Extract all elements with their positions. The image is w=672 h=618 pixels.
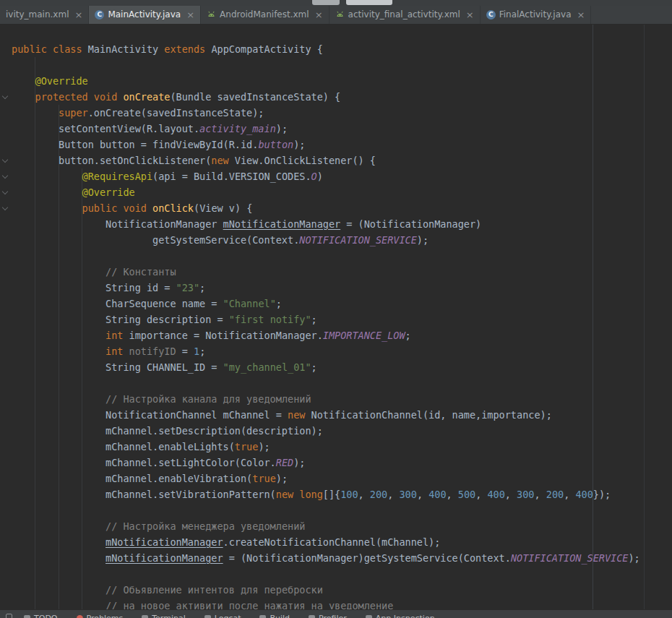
code-line[interactable]: mNotificationManager = (NotificationMana… [12,550,672,566]
code-line[interactable]: CharSequence name = "Channel"; [12,296,672,312]
code-line[interactable]: String CHANNEL_ID = "my_channel_01"; [12,359,672,375]
code-line[interactable]: // на новое активити после нажатия на ув… [12,598,672,609]
toolwindow-button-app-inspection[interactable]: App Inspection [366,614,435,618]
code-line[interactable] [12,566,672,582]
toolwindow-button-terminal[interactable]: Terminal [142,614,186,618]
code-line[interactable]: public class MainActivity extends AppCom… [12,41,672,57]
build-hammer-icon [259,615,266,618]
editor-tab-bar: ivity_main.xml×CMainActivity.java×Androi… [0,6,672,25]
fold-chevron-icon[interactable] [2,158,9,164]
tool-window-switcher-icon[interactable] [6,614,12,618]
tab-close-icon[interactable]: × [75,9,83,20]
toolwindow-button-label: Build [270,614,290,618]
code-line[interactable]: String description = "first notify"; [12,312,672,327]
code-line[interactable]: int importance = NotificationManager.IMP… [12,327,672,343]
code-line[interactable]: Button button = findViewById(R.id.button… [12,137,672,153]
tab-ivity_main.xml[interactable]: ivity_main.xml× [0,6,89,24]
code-line[interactable]: mChannel.setDescription(description); [12,423,672,439]
tab-close-icon[interactable]: × [466,9,474,20]
terminal-icon [142,615,148,618]
tab-activity_final_activtity.xml[interactable]: activity_final_activtity.xml× [329,6,481,24]
editor[interactable]: public class MainActivity extends AppCom… [0,25,672,609]
run-configuration-fragment[interactable] [346,0,392,5]
code-line[interactable]: // Константы [12,264,672,280]
code-line[interactable]: protected void onCreate(Bundle savedInst… [12,89,672,105]
toolwindow-button-label: TODO [34,614,58,618]
tab-close-icon[interactable]: × [186,9,194,20]
code-line[interactable]: NotificationManager mNotificationManager… [12,216,672,232]
code-line[interactable]: getSystemService(Context.NOTIFICATION_SE… [12,232,672,248]
code-line[interactable] [12,502,672,518]
toolwindow-button-label: Logcat [215,614,241,618]
problems-icon [77,615,83,618]
code-line[interactable]: @RequiresApi(api = Build.VERSION_CODES.O… [12,168,672,184]
code-line[interactable]: // Обьявление интентов для переброски [12,582,672,598]
fold-chevron-icon[interactable] [2,94,9,100]
code-line[interactable]: NotificationChannel mChannel = new Notif… [12,407,672,423]
code-line[interactable]: mChannel.enableLights(true); [12,439,672,455]
tab-label: activity_final_activtity.xml [348,6,460,24]
toolwindow-button-label: Terminal [152,614,186,618]
code-line[interactable]: public void onClick(View v) { [12,200,672,216]
code-line[interactable] [12,57,672,73]
tool-window-bar: TODOProblemsTerminalLogcatBuildProfilerA… [0,609,672,618]
code-line[interactable]: int notifyID = 1; [12,343,672,359]
toolwindow-button-label: Profiler [319,614,347,618]
toolwindow-button-label: App Inspection [376,614,435,618]
profiler-icon [309,615,315,618]
tab-label: FinalActivity.java [499,6,572,24]
main-toolbar-sliver [0,0,672,6]
tab-FinalActivity.java[interactable]: CFinalActivity.java× [481,6,592,24]
code-line[interactable] [12,375,672,391]
code-line[interactable]: // Настройка канала для уведомлений [12,391,672,407]
code-line[interactable]: mChannel.setVibrationPattern(new long[]{… [12,486,672,502]
toolwindow-button-logcat[interactable]: Logcat [204,614,241,618]
toolwindow-button-problems[interactable]: Problems [77,614,124,618]
tab-AndroidManifest.xml[interactable]: AndroidManifest.xml× [201,6,329,24]
code-line[interactable] [12,248,672,264]
fold-chevron-icon[interactable] [2,173,9,180]
toolwindow-button-todo[interactable]: TODO [24,614,58,618]
tab-label: AndroidManifest.xml [220,6,309,24]
fold-chevron-icon[interactable] [2,205,9,212]
code-line[interactable]: // Настройка менеджера уведомлений [12,518,672,534]
code-line[interactable]: setContentView(R.layout.activity_main); [12,121,672,137]
code-area[interactable]: public class MainActivity extends AppCom… [0,25,672,609]
code-line[interactable]: String id = "23"; [12,280,672,296]
status-bar-items: TODOProblemsTerminalLogcatBuildProfilerA… [24,614,435,618]
java-class-icon: C [486,10,496,20]
tab-label: ivity_main.xml [6,6,69,24]
tab-close-icon[interactable]: × [315,9,323,20]
code-line[interactable]: mChannel.setLightColor(Color.RED); [12,455,672,471]
code-line[interactable] [12,25,672,41]
code-line[interactable]: mChannel.enableVibration(true); [12,471,672,486]
toolwindow-button-profiler[interactable]: Profiler [309,614,347,618]
logcat-icon [204,615,211,618]
code-line[interactable]: @Override [12,184,672,200]
toolwindow-button-build[interactable]: Build [259,614,290,618]
java-class-icon: C [95,10,104,20]
tab-MainActivity.java[interactable]: CMainActivity.java× [89,6,201,24]
android-icon [207,10,216,20]
code-line[interactable]: super.onCreate(savedInstanceState); [12,105,672,121]
code-line[interactable]: @Override [12,73,672,89]
android-icon [335,10,345,20]
tab-label: MainActivity.java [108,6,181,24]
todo-icon [24,615,30,618]
code-line[interactable]: button.setOnClickListener(new View.OnCli… [12,153,672,168]
fold-chevron-icon[interactable] [2,189,9,196]
toolwindow-button-label: Problems [87,614,124,618]
tab-close-icon[interactable]: × [577,9,585,20]
device-selector-fragment[interactable] [312,0,340,5]
code-line[interactable]: mNotificationManager.createNotificationC… [12,534,672,550]
app-inspection-icon [366,615,372,618]
